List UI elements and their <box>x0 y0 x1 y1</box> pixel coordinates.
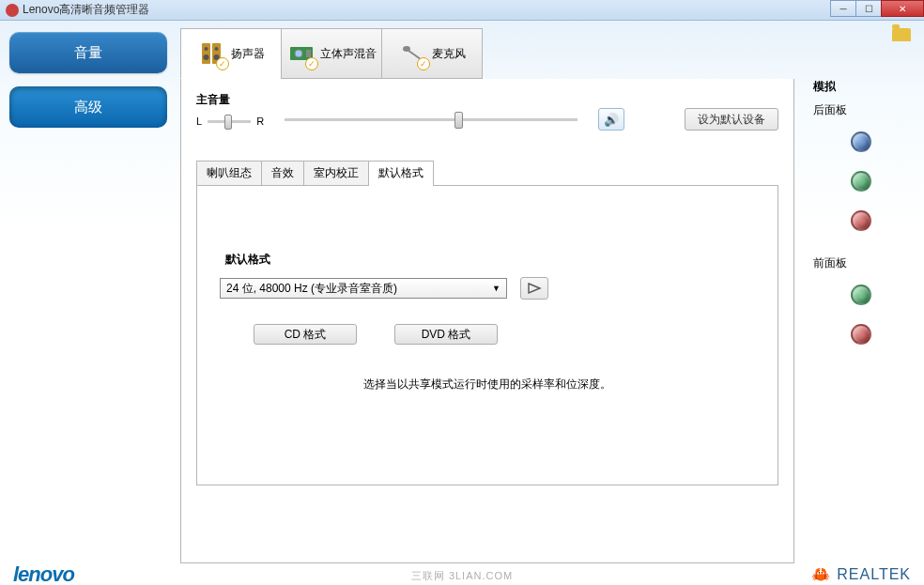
main-volume-section: 主音量 L R 🔊 设为默认设备 <box>196 92 778 131</box>
front-panel-label: 前面板 <box>813 255 909 271</box>
format-selected-value: 24 位, 48000 Hz (专业录音室音质) <box>226 281 397 297</box>
svg-point-3 <box>215 47 219 51</box>
microphone-icon: ✓ <box>398 38 428 69</box>
balance-left-label: L <box>196 115 202 127</box>
app-icon <box>6 4 19 17</box>
sound-icon: 🔊 <box>604 113 619 127</box>
dvd-format-button[interactable]: DVD 格式 <box>394 324 498 345</box>
format-description: 选择当以共享模式运行时使用的采样率和位深度。 <box>220 377 755 393</box>
sub-tab-room-correction[interactable]: 室内校正 <box>303 161 369 185</box>
sidebar-item-label: 音量 <box>74 44 102 62</box>
main-volume-label: 主音量 <box>196 92 778 108</box>
check-icon: ✓ <box>417 57 430 70</box>
device-tab-label: 扬声器 <box>231 46 265 62</box>
realtek-logo: 🦀 REALTEK <box>810 566 911 583</box>
device-tab-speakers[interactable]: ✓ 扬声器 <box>180 28 282 79</box>
jack-green[interactable] <box>851 171 871 192</box>
device-tab-label: 麦克风 <box>432 46 466 62</box>
jack-green-front[interactable] <box>851 285 871 305</box>
watermark: 三联网 3LIAN.COM <box>411 569 513 583</box>
check-icon: ✓ <box>305 57 318 70</box>
format-select[interactable]: 24 位, 48000 Hz (专业录音室音质) ▼ <box>220 278 507 299</box>
close-button[interactable]: ✕ <box>881 0 924 17</box>
svg-rect-8 <box>306 50 311 57</box>
window-controls: ─ ☐ ✕ <box>831 0 924 17</box>
jack-red[interactable] <box>851 210 871 231</box>
window-title: Lenovo高清晰音频管理器 <box>23 2 149 18</box>
sub-tab-default-format[interactable]: 默认格式 <box>368 161 434 185</box>
chevron-down-icon: ▼ <box>492 284 500 293</box>
svg-point-4 <box>204 54 209 60</box>
sub-tabs: 喇叭组态 音效 室内校正 默认格式 <box>196 161 778 185</box>
realtek-crab-icon: 🦀 <box>810 566 831 583</box>
sidebar-item-label: 高级 <box>74 99 102 116</box>
lenovo-logo: lenovo <box>13 562 74 586</box>
sidebar: 音量 高级 <box>0 21 177 563</box>
analog-panel: 模拟 后面板 前面板 <box>802 21 924 563</box>
speaker-icon: ✓ <box>197 38 227 69</box>
svg-point-2 <box>205 47 208 51</box>
balance-right-label: R <box>256 115 264 127</box>
soundcard-icon: ✓ <box>286 38 316 69</box>
settings-panel: 主音量 L R 🔊 设为默认设备 喇叭组态 音效 <box>180 79 794 563</box>
minimize-button[interactable]: ─ <box>830 0 856 17</box>
folder-icon[interactable] <box>892 28 911 41</box>
maximize-button[interactable]: ☐ <box>855 0 882 17</box>
jack-blue[interactable] <box>851 131 871 152</box>
sub-tab-speaker-config[interactable]: 喇叭组态 <box>196 161 262 185</box>
sub-tab-sound-effects[interactable]: 音效 <box>261 161 304 185</box>
analog-title: 模拟 <box>813 79 909 95</box>
test-play-button[interactable] <box>520 277 548 300</box>
set-default-device-button[interactable]: 设为默认设备 <box>685 108 778 131</box>
balance-control: L R <box>196 115 264 127</box>
rear-panel-label: 后面板 <box>813 102 909 118</box>
balance-slider[interactable] <box>208 120 251 123</box>
title-bar: Lenovo高清晰音频管理器 ─ ☐ ✕ <box>0 0 924 21</box>
sidebar-item-advanced[interactable]: 高级 <box>9 86 167 128</box>
cd-format-button[interactable]: CD 格式 <box>254 324 357 345</box>
device-tab-label: 立体声混音 <box>320 46 377 62</box>
device-tab-stereo-mix[interactable]: ✓ 立体声混音 <box>281 28 382 79</box>
check-icon: ✓ <box>216 57 229 70</box>
device-tab-microphone[interactable]: ✓ 麦克风 <box>381 28 483 79</box>
device-tabs: ✓ 扬声器 ✓ 立体声混音 ✓ 麦克风 <box>180 28 794 79</box>
jack-red-front[interactable] <box>851 324 871 345</box>
mute-button[interactable]: 🔊 <box>598 108 624 131</box>
default-format-panel: 默认格式 24 位, 48000 Hz (专业录音室音质) ▼ CD 格式 DV… <box>196 185 778 485</box>
svg-rect-0 <box>202 43 210 64</box>
volume-slider[interactable] <box>285 118 578 121</box>
main-panel: ✓ 扬声器 ✓ 立体声混音 ✓ 麦克风 主音量 <box>177 21 802 563</box>
play-icon <box>527 282 542 295</box>
format-section-label: 默认格式 <box>225 252 755 268</box>
svg-point-7 <box>295 50 302 57</box>
sidebar-item-volume[interactable]: 音量 <box>9 32 167 73</box>
